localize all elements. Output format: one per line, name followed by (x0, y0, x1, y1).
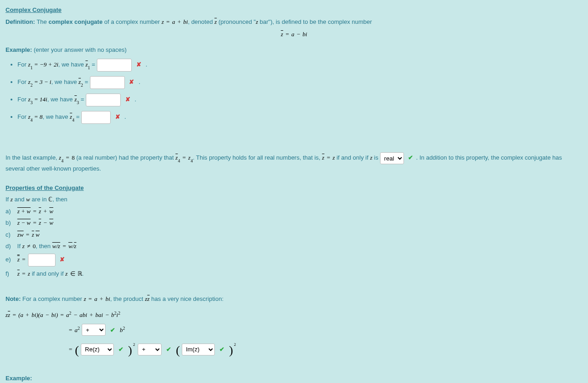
definition-equation: z = a − bi (6, 30, 582, 39)
example2-header: Example: (6, 374, 582, 383)
period: . (144, 61, 147, 68)
sub: 1 (30, 65, 33, 70)
note-line: Note: For a complex number z = a + bi, t… (6, 294, 582, 304)
example-item-3: For z3 = 14i, we have z3 = ✘ . (17, 94, 582, 106)
tail: = (74, 113, 81, 120)
f-text: if and only if (30, 270, 66, 277)
section-title-properties: Properties of the Conjugate (6, 183, 582, 193)
t2: (a real number) had the property that (75, 154, 176, 161)
def-t4: (pronounced " (217, 18, 256, 25)
period: . (133, 96, 136, 103)
pi3: are in (30, 196, 49, 203)
check-icon: ✔ (408, 154, 413, 161)
pre: For (17, 96, 28, 103)
tail: = (79, 96, 86, 103)
x-icon: ✘ (136, 61, 141, 68)
example-item-1: For z1 = −9 + 2i, we have z1 = ✘ . (17, 59, 582, 72)
x-icon: ✘ (129, 78, 134, 85)
prop-f: f) z = z if and only if z ∈ ℝ. (6, 269, 582, 278)
pi2: and (13, 196, 26, 203)
label-b: b) (6, 218, 16, 228)
dot: . (82, 270, 84, 277)
d-mid: , then (36, 243, 52, 250)
definition-prefix: Definition: (6, 18, 35, 25)
barsub: 4 (72, 117, 74, 122)
example2-prefix: Example: (6, 375, 32, 382)
check-icon: ✔ (118, 345, 123, 354)
deriv-line-2: = a2 + ✔ b2 (6, 324, 582, 336)
pi4: , then (52, 196, 67, 203)
prop-a: a) z + w = z + w (6, 207, 582, 216)
sub: 2 (30, 83, 33, 88)
deriv-op-select-1[interactable]: + (82, 324, 106, 336)
def-t2: of a complex number (102, 18, 162, 25)
label-f: f) (6, 269, 16, 278)
nt1: For a complex number (21, 295, 84, 302)
props-intro: If z and w are in ℂ, then (6, 195, 582, 204)
x-icon: ✘ (60, 256, 65, 263)
label-d: d) (6, 242, 16, 251)
def-t1: The (35, 18, 48, 25)
mid: , we have (47, 96, 74, 103)
prop-e-input[interactable] (28, 254, 56, 266)
mid: , we have (51, 78, 78, 85)
note-prefix: Note: (6, 295, 21, 302)
pre: For (17, 61, 28, 68)
nt2: , the product (110, 295, 145, 302)
pre: For (17, 113, 28, 120)
label-e: e) (6, 255, 16, 264)
answer-input-z4[interactable] (81, 111, 111, 124)
x-icon: ✘ (115, 113, 120, 120)
sub: 4 (30, 117, 33, 122)
example-hint: (enter your answer with no spaces) (32, 46, 127, 53)
deriv-line-1: zz = (a + bi)(a − bi) = a2 − abi + bai −… (6, 310, 582, 320)
example-header: Example: (enter your answer with no spac… (6, 45, 582, 55)
tail: = (83, 78, 90, 85)
answer-input-z3[interactable] (86, 94, 121, 106)
eq: = 14i (33, 96, 47, 103)
example-item-2: For z2 = 3 − i, we have z2 = ✘ . (17, 76, 582, 89)
label-a: a) (6, 207, 16, 216)
def-bold: complex conjugate (49, 18, 103, 25)
check-icon: ✔ (166, 345, 171, 354)
t1: In the last example, (6, 154, 59, 161)
nt3: has a very nice description: (150, 295, 224, 302)
math-z-eq-a-bi: z = a + bi (162, 18, 188, 25)
answer-input-z1[interactable] (97, 59, 132, 72)
prop-e: e) z = ✘ (6, 254, 582, 266)
tail: = (90, 61, 97, 68)
answer-input-z2[interactable] (90, 76, 125, 89)
sub: 3 (30, 100, 33, 105)
derivation-block: zz = (a + bi)(a − bi) = a2 − abi + bai −… (6, 310, 582, 359)
def-t5: bar"), is defined to be the complex numb… (258, 18, 372, 25)
properties-list: a) z + w = z + w b) z − w = z − w c) zw … (6, 207, 582, 278)
section-title-conjugate: Complex Conjugate (6, 6, 582, 15)
prop-c: c) zw = z w (6, 230, 582, 239)
period: . (137, 78, 140, 85)
prop-b: b) z − w = z − w (6, 218, 582, 228)
barsub: 3 (77, 100, 79, 105)
real-property-paragraph: In the last example, z4 = 8 (a real numb… (6, 152, 582, 173)
x-icon: ✘ (125, 96, 130, 103)
mid: , we have (43, 113, 70, 120)
deriv-op-select-2[interactable]: + (138, 344, 162, 355)
def-t3: , denoted (188, 18, 214, 25)
pi1: If (6, 196, 11, 203)
real-select[interactable]: real (380, 152, 404, 164)
pre: For (17, 78, 28, 85)
deriv-im-select[interactable]: Im(z) (182, 344, 215, 355)
t3: . This property holds for all real numbe… (193, 154, 322, 161)
deriv-re-select[interactable]: Re(z) (81, 344, 114, 355)
example-item-4: For z4 = 8, we have z4 = ✘ . (17, 111, 582, 124)
prop-d: d) If z ≠ 0, then w/z = w/z (6, 242, 582, 251)
deriv-line-3: = ( Re(z) ✔ )2 + ✔ ( Im(z) ✔ )2 (6, 340, 582, 358)
t4: if and only if (335, 154, 370, 161)
check-icon: ✔ (219, 345, 224, 354)
mid: , we have (58, 61, 85, 68)
t5: is (372, 154, 378, 161)
label-c: c) (6, 230, 16, 239)
eq: = 8 (33, 113, 43, 120)
definition-line: Definition: The complex conjugate of a c… (6, 17, 582, 27)
period: . (123, 113, 126, 120)
barsub: 1 (88, 65, 90, 70)
